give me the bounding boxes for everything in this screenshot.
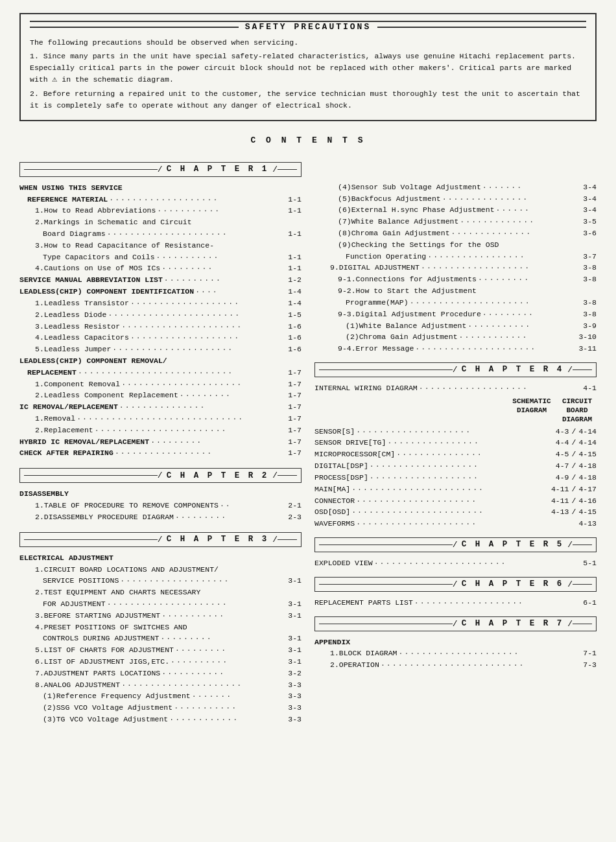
ch4-row-osd: OSD[OSD]·······················4-13/4-15 bbox=[314, 506, 597, 518]
ch4-row-sensor: SENSOR[S]····················4-3/4-14 bbox=[314, 426, 597, 438]
ch4-row-sensor-drive: SENSOR DRIVE[TG]················4-4/4-14 bbox=[314, 437, 597, 449]
chapter7-header: / C H A P T E R 7 / bbox=[314, 616, 597, 631]
safety-item2: 2. Before returning a repaired unit to t… bbox=[30, 88, 586, 111]
chapter4-header: / C H A P T E R 4 / bbox=[314, 362, 597, 377]
chapter6-title: C H A P T E R 6 bbox=[459, 579, 567, 589]
ch7-toc: APPENDIX 1.BLOCK DIAGRAM················… bbox=[314, 637, 597, 671]
chapter3-title: C H A P T E R 3 bbox=[164, 535, 272, 544]
ch4-row-waveforms: WAVEFORMS·····················4-13 bbox=[314, 518, 597, 530]
schema-header: SCHEMATICDIAGRAM bbox=[506, 397, 558, 425]
ch5-toc: EXPLODED VIEW·······················5-1 bbox=[314, 557, 597, 569]
chapter2-header: / C H A P T E R 2 / bbox=[19, 468, 302, 483]
chapter3-header: / C H A P T E R 3 / bbox=[19, 532, 302, 547]
ch3-toc: ELECTRICAL ADJUSTMENT 1.CIRCUIT BOARD LO… bbox=[19, 552, 302, 725]
ch4-row-digital: DIGITAL[DSP]···················4-7/4-18 bbox=[314, 460, 597, 472]
warning-triangle: ⚠ bbox=[53, 73, 58, 86]
ch4-row-main: MAIN[MA]·······················4-11/4-17 bbox=[314, 484, 597, 495]
col-left: / C H A P T E R 1 / WHEN USING THIS SERV… bbox=[19, 156, 302, 725]
contents-title: C O N T E N T S bbox=[19, 135, 597, 145]
chapter4-title: C H A P T E R 4 bbox=[459, 365, 567, 374]
circuit-header: CIRCUITBOARDDIAGRAM bbox=[558, 397, 597, 425]
chapter5-header: / C H A P T E R 5 / bbox=[314, 537, 597, 552]
safety-intro: The following precautions should be obse… bbox=[30, 37, 586, 48]
chapter2-title: C H A P T E R 2 bbox=[164, 471, 272, 480]
ch4-row-process: PROCESS[DSP]···················4-9/4-18 bbox=[314, 472, 597, 484]
safety-precautions-box: SAFETY PRECAUTIONS The following precaut… bbox=[19, 13, 597, 121]
ch4-row-micro: MICROPROCESSOR[CM]···············4-5/4-1… bbox=[314, 449, 597, 460]
ch4-toc: INTERNAL WIRING DIAGRAM·················… bbox=[314, 382, 597, 530]
ch4-row-connector: CONNECTOR·····················4-11/4-16 bbox=[314, 495, 597, 507]
chapter5-title: C H A P T E R 5 bbox=[459, 540, 567, 549]
contents-body: / C H A P T E R 1 / WHEN USING THIS SERV… bbox=[19, 156, 597, 725]
ch2-toc: DISASSEMBLY 1.TABLE OF PROCEDURE TO REMO… bbox=[19, 488, 302, 522]
safety-item1: 1. Since many parts in the unit have spe… bbox=[30, 51, 586, 86]
chapter1-title: C H A P T E R 1 bbox=[164, 165, 272, 174]
ch6-toc: REPLACEMENT PARTS LIST··················… bbox=[314, 597, 597, 609]
chapter1-header: / C H A P T E R 1 / bbox=[19, 162, 302, 177]
chapter6-header: / C H A P T E R 6 / bbox=[314, 577, 597, 592]
chapter7-title: C H A P T E R 7 bbox=[459, 619, 567, 628]
safety-content: The following precautions should be obse… bbox=[30, 37, 586, 111]
ch1-toc: WHEN USING THIS SERVICE REFERENCE MATERI… bbox=[19, 182, 302, 460]
ch3-cont-toc: (4)Sensor Sub Voltage Adjustment·······3… bbox=[314, 181, 597, 355]
col-right: (4)Sensor Sub Voltage Adjustment·······3… bbox=[314, 156, 597, 725]
safety-title: SAFETY PRECAUTIONS bbox=[30, 21, 586, 32]
